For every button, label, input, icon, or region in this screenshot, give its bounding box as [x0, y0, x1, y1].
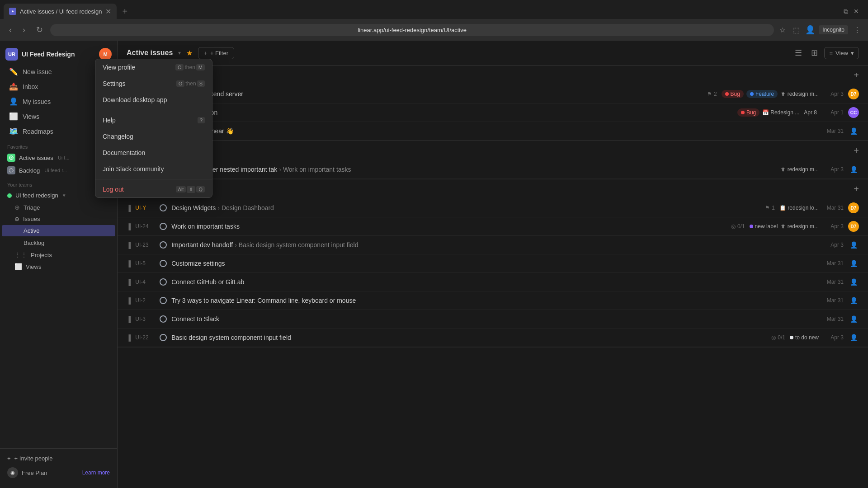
issue-row[interactable]: ▐ UI-2 Try 3 ways to navigate Linear: Co… [118, 291, 868, 310]
sidebar-item-backlog[interactable]: Backlog [2, 237, 115, 249]
triage-icon: ⊕ [14, 204, 20, 211]
issue-row[interactable]: ▐ UI-22 Basic design system component in… [118, 328, 868, 347]
favorite-star-button[interactable]: ★ [186, 49, 193, 57]
my-issues-icon: 👤 [9, 97, 18, 106]
list-view-button[interactable]: ☰ [792, 46, 805, 60]
star-button[interactable]: ☆ [778, 24, 788, 36]
sub-count-icon: ⚑ [707, 91, 712, 97]
issues-sub-header[interactable]: ⊕ Issues [0, 213, 117, 225]
sidebar-item-projects[interactable]: ⋮⋮ Projects [0, 249, 117, 261]
dropdown-item-help[interactable]: Help ? [95, 112, 212, 128]
issue-row[interactable]: ▐ UI-28 Redesign backend server ⚑ 2 B [118, 85, 868, 103]
issue-id: UI-23 [135, 242, 155, 248]
assignee-avatar: 👤 [848, 295, 859, 306]
triage-label: Triage [24, 204, 40, 211]
address-bar[interactable] [50, 24, 774, 36]
maximize-icon[interactable]: ⧉ [844, 8, 848, 15]
minimize-icon[interactable]: — [832, 8, 838, 15]
new-issue-icon: ✏️ [9, 67, 18, 76]
group-todo: Todo 7 + ▐ UI-Y Design Widgets › Design … [118, 179, 868, 347]
back-button[interactable]: ‹ [5, 23, 15, 37]
backlog-fav-sublabel: Ui feed r... [44, 168, 67, 173]
settings-label: Settings [103, 80, 126, 87]
main-header: Active issues ▾ ★ + + Filter ☰ ⊞ ≡ View … [118, 41, 868, 66]
issue-date: Mar 31 [823, 260, 844, 267]
dropdown-item-documentation[interactable]: Documentation [95, 145, 212, 161]
menu-button[interactable]: ⋮ [852, 24, 863, 36]
issue-row[interactable]: ▐ UI-23 Important dev handoff › Basic de… [118, 236, 868, 254]
grid-view-button[interactable]: ⊞ [808, 46, 821, 60]
dropdown-item-log-out[interactable]: Log out Alt ⇧ Q [95, 181, 212, 197]
learn-more-button[interactable]: Learn more [82, 469, 110, 476]
issue-title: Work on important tasks [171, 223, 726, 230]
filter-icon: + [204, 50, 208, 56]
issue-row[interactable]: ▐ UI-3 Connect to Slack Mar 31 👤 [118, 310, 868, 328]
bug-dot [725, 92, 729, 96]
view-options-button[interactable]: ≡ View ▾ [824, 47, 859, 59]
my-issues-label: My issues [23, 98, 51, 105]
roadmaps-label: Roadmaps [23, 128, 53, 135]
issue-row[interactable]: ▐ UI-24 Work on important tasks ◎ 0/1 ne… [118, 217, 868, 236]
log-out-shortcut: Alt ⇧ Q [176, 186, 205, 193]
todo-new-dot [790, 336, 793, 339]
main-content: Active issues ▾ ★ + + Filter ☰ ⊞ ≡ View … [118, 41, 868, 488]
dropdown-item-settings[interactable]: Settings G then S [95, 75, 212, 92]
settings-left: Settings [103, 80, 126, 87]
help-left: Help [103, 117, 116, 124]
issue-row[interactable]: ▐ UI-25 Work on another nested important… [118, 160, 868, 179]
issue-row[interactable]: ▐ UI-26 Welcome to Linear 👋 Mar 31 👤 [118, 122, 868, 141]
profile-icon[interactable]: 👤 [805, 25, 815, 35]
issue-row[interactable]: ▐ UI-27 Redesign button Bug 📅 Redesign .… [118, 103, 868, 122]
new-tab-button[interactable]: + [118, 5, 131, 18]
sidebar-item-views-team[interactable]: ⬜ Views [0, 261, 117, 272]
priority-icon: ▐ [127, 316, 131, 323]
add-to-in-review-button[interactable]: + [854, 145, 859, 156]
refresh-button[interactable]: ↻ [33, 23, 47, 37]
assignee-avatar: 👤 [848, 277, 859, 287]
invite-people-button[interactable]: + + Invite people [0, 452, 117, 465]
issue-title-area: Redesign button [171, 109, 733, 116]
dropdown-item-view-profile[interactable]: View profile O then M [95, 59, 212, 75]
sidebar-item-triage[interactable]: ⊕ Triage [0, 202, 117, 213]
close-icon[interactable]: ✕ [854, 8, 859, 15]
dropdown-item-join-slack[interactable]: Join Slack community [95, 161, 212, 177]
issue-title-area: Work on another nested important tak › W… [171, 166, 776, 173]
projects-label: Projects [31, 252, 52, 258]
sidebar-item-active[interactable]: Active [2, 225, 115, 236]
issue-title: Design Widgets [171, 204, 216, 211]
issue-row[interactable]: ▐ UI-5 Customize settings Mar 31 👤 [118, 254, 868, 273]
add-to-todo-button[interactable]: + [854, 184, 859, 194]
group-header-in-progress: In Progress 3 + [118, 66, 868, 85]
dropdown-item-changelog[interactable]: Changelog [95, 128, 212, 145]
view-icon: ≡ [829, 50, 833, 56]
issue-id: UI-Y [135, 205, 155, 211]
issue-id: UI-3 [135, 316, 155, 322]
roadmaps-icon: 🗺️ [9, 127, 18, 136]
dropdown-item-download-app[interactable]: Download desktop app [95, 92, 212, 108]
changelog-left: Changelog [103, 133, 133, 140]
issue-date: Apr 3 [823, 242, 844, 248]
extension-button[interactable]: ⬚ [791, 24, 802, 36]
workspace-avatar: UR [5, 48, 18, 61]
team-expand-icon: ▼ [62, 193, 66, 198]
issue-date: Mar 31 [823, 279, 844, 285]
tab-title: Active issues / Ui feed redesign [20, 8, 102, 15]
sub-count: ⚑ 2 [707, 91, 717, 97]
active-tab[interactable]: ● Active issues / Ui feed redesign ✕ [4, 4, 117, 19]
issue-title-area: Welcome to Linear 👋 [171, 127, 819, 135]
issues-section: ⊕ Issues Active Backlog [0, 213, 117, 249]
tab-close-button[interactable]: ✕ [105, 7, 111, 16]
add-to-in-progress-button[interactable]: + [854, 70, 859, 80]
issue-title: Connect GitHub or GitLab [171, 278, 819, 286]
filter-button[interactable]: + + Filter [198, 47, 234, 59]
issue-title-area: Important dev handoff › Basic design sys… [171, 241, 819, 249]
user-dropdown-menu[interactable]: View profile O then M Settings G then S … [95, 59, 212, 198]
breadcrumb-separator: › [235, 241, 237, 249]
invite-label: + Invite people [14, 455, 53, 462]
issue-row[interactable]: ▐ UI-Y Design Widgets › Design Dashboard… [118, 199, 868, 217]
assignee-avatar: D7 [848, 89, 859, 99]
sub-count-value: 0/1 [737, 223, 745, 230]
issue-row[interactable]: ▐ UI-4 Connect GitHub or GitLab Mar 31 👤 [118, 273, 868, 291]
forward-button[interactable]: › [19, 23, 29, 37]
issue-status-circle [160, 278, 167, 286]
